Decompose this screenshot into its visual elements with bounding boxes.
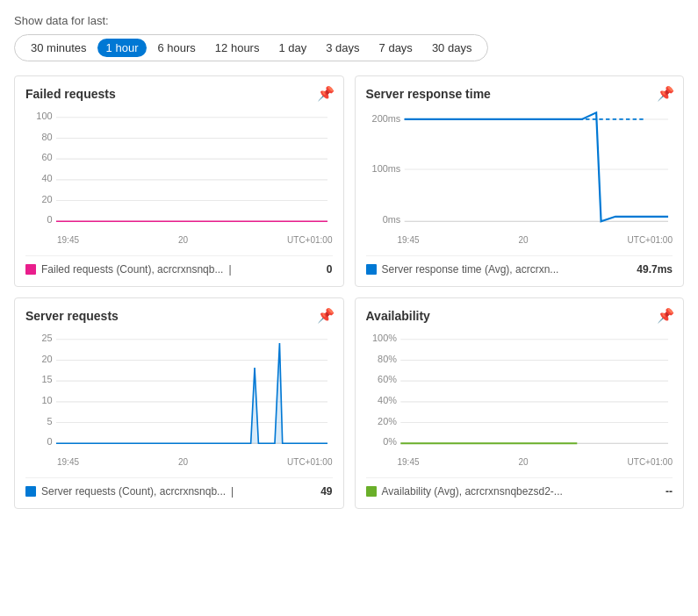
svg-text:0: 0: [47, 436, 53, 447]
server-req-x-start: 19:45: [57, 457, 79, 467]
svg-text:40: 40: [41, 173, 52, 183]
server-requests-card: Server requests 📌 25 20 15 10 5 0: [14, 297, 344, 509]
svg-text:40%: 40%: [378, 395, 397, 405]
avail-x-mid: 20: [518, 457, 528, 467]
avail-x-start: 19:45: [398, 457, 420, 467]
failed-requests-card: Failed requests 📌 100 80 60 40 20 0: [14, 75, 344, 287]
time-btn-3day[interactable]: 3 days: [317, 39, 368, 57]
svg-text:20%: 20%: [378, 416, 397, 426]
svg-text:20: 20: [41, 354, 52, 364]
svg-text:20: 20: [41, 194, 52, 204]
server-response-legend-value: 49.7ms: [637, 263, 673, 276]
charts-grid: Failed requests 📌 100 80 60 40 20 0: [14, 75, 684, 509]
svg-text:0: 0: [47, 214, 53, 225]
server-response-chart-area: 200ms 100ms 0ms 19:45 20 UTC+01:00: [366, 108, 673, 248]
server-response-card: Server response time 📌 200ms 100ms 0ms 1…: [355, 75, 685, 287]
svg-text:5: 5: [47, 416, 53, 426]
svg-marker-32: [56, 343, 327, 443]
time-btn-1day[interactable]: 1 day: [270, 39, 315, 57]
availability-chart-area: 100% 80% 60% 40% 20% 0% 19:45 20 UTC+01:…: [366, 330, 673, 470]
time-range-bar: 30 minutes 1 hour 6 hours 12 hours 1 day…: [14, 34, 488, 61]
failed-requests-legend-label: Failed requests (Count), acrcrxnsnqb...: [41, 263, 223, 276]
svg-text:100: 100: [36, 111, 52, 121]
server-requests-legend-separator: |: [231, 485, 234, 498]
server-response-legend: Server response time (Avg), acrcrxn... 4…: [366, 255, 673, 276]
server-resp-x-start: 19:45: [398, 235, 420, 245]
svg-text:80: 80: [41, 132, 52, 142]
svg-text:60: 60: [41, 152, 52, 162]
avail-x-end: UTC+01:00: [628, 457, 673, 467]
time-btn-1hr[interactable]: 1 hour: [97, 39, 148, 57]
failed-req-x-end: UTC+01:00: [287, 235, 332, 245]
failed-requests-legend: Failed requests (Count), acrcrxnsnqb... …: [25, 255, 333, 276]
server-requests-legend: Server requests (Count), acrcrxnsnqb... …: [25, 477, 333, 498]
server-response-legend-label: Server response time (Avg), acrcrxn...: [382, 263, 559, 276]
server-req-x-mid: 20: [178, 457, 188, 467]
server-requests-legend-dot: [25, 486, 36, 497]
failed-requests-chart-area: 100 80 60 40 20 0 19:45 20 UTC+01:00: [25, 108, 333, 248]
time-btn-30day[interactable]: 30 days: [423, 39, 481, 57]
server-req-x-end: UTC+01:00: [287, 457, 332, 467]
svg-text:100ms: 100ms: [371, 163, 400, 174]
server-requests-legend-label: Server requests (Count), acrcrxnsnqb...: [41, 485, 226, 498]
availability-title: Availability: [366, 309, 673, 323]
svg-text:200ms: 200ms: [371, 113, 400, 124]
server-requests-legend-value: 49: [320, 485, 332, 498]
svg-text:25: 25: [41, 333, 52, 343]
svg-text:100%: 100%: [372, 333, 397, 343]
failed-requests-title: Failed requests: [25, 87, 333, 101]
failed-req-x-mid: 20: [178, 235, 188, 245]
server-response-legend-dot: [366, 264, 377, 275]
failed-requests-legend-dot: [25, 264, 36, 275]
server-requests-title: Server requests: [25, 309, 333, 323]
time-btn-12hr[interactable]: 12 hours: [206, 39, 269, 57]
svg-text:15: 15: [41, 374, 52, 384]
failed-requests-legend-value: 0: [327, 263, 333, 276]
server-response-pin-icon[interactable]: 📌: [657, 85, 674, 102]
show-data-label: Show data for last:: [14, 14, 684, 27]
failed-requests-legend-separator: |: [228, 263, 231, 276]
availability-legend-label: Availability (Avg), acrcrxnsnqbezsd2-...: [382, 485, 563, 498]
svg-text:80%: 80%: [378, 354, 397, 364]
time-btn-6hr[interactable]: 6 hours: [148, 39, 204, 57]
server-requests-pin-icon[interactable]: 📌: [317, 307, 335, 324]
svg-text:0ms: 0ms: [382, 214, 400, 225]
time-btn-30min[interactable]: 30 minutes: [22, 39, 96, 57]
availability-card: Availability 📌 100% 80% 60% 40% 20% 0%: [355, 297, 685, 509]
availability-legend-dot: [366, 486, 377, 497]
failed-req-x-start: 19:45: [57, 235, 79, 245]
server-resp-x-mid: 20: [518, 235, 528, 245]
svg-text:10: 10: [41, 395, 52, 405]
server-resp-x-end: UTC+01:00: [628, 235, 673, 245]
time-btn-7day[interactable]: 7 days: [371, 39, 421, 57]
svg-text:60%: 60%: [378, 374, 397, 384]
server-requests-chart-area: 25 20 15 10 5 0 19:45: [25, 330, 333, 470]
server-response-title: Server response time: [366, 87, 673, 101]
svg-text:0%: 0%: [383, 436, 397, 447]
availability-pin-icon[interactable]: 📌: [657, 307, 674, 324]
failed-requests-pin-icon[interactable]: 📌: [317, 85, 335, 102]
availability-legend-value: --: [666, 485, 673, 498]
availability-legend: Availability (Avg), acrcrxnsnqbezsd2-...…: [366, 477, 673, 498]
